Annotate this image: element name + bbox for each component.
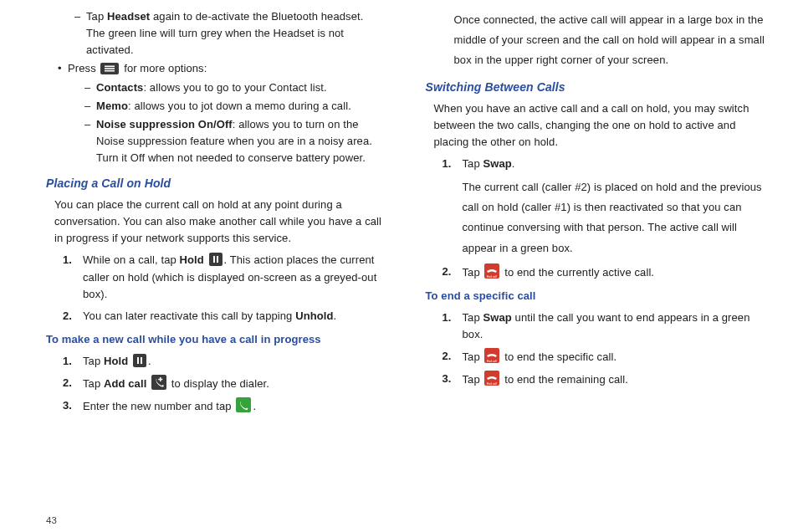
hold-icon bbox=[209, 253, 223, 266]
end-call-icon: End call bbox=[484, 348, 499, 363]
section-heading: Placing a Call on Hold bbox=[46, 175, 386, 193]
dial-call-icon bbox=[236, 397, 251, 412]
list-item: Press for more options: Contacts: allows… bbox=[58, 60, 386, 166]
text: Tap bbox=[86, 10, 107, 23]
right-column: Once connected, the active call will app… bbox=[426, 7, 765, 512]
bold-text: Add call bbox=[104, 377, 146, 390]
text: Tap bbox=[83, 377, 104, 390]
section-heading: To make a new call while you have a call… bbox=[46, 331, 386, 348]
list-item: Contacts: allows you to go to your Conta… bbox=[84, 79, 386, 96]
bold-text: Memo bbox=[96, 100, 128, 112]
text: to end the currently active call. bbox=[501, 266, 654, 279]
bold-text: Unhold bbox=[295, 309, 333, 322]
svg-rect-6 bbox=[217, 256, 218, 263]
text: for more options: bbox=[120, 62, 207, 74]
list-item: 1. Tap Swap until the call you want to e… bbox=[442, 309, 765, 343]
num-marker: 2. bbox=[63, 375, 72, 391]
list-item: 2. You can later reactivate this call by… bbox=[63, 308, 386, 325]
list-item: 1. Tap Swap. The current call (caller #2… bbox=[442, 156, 765, 258]
text bbox=[204, 253, 207, 266]
svg-rect-9 bbox=[141, 357, 142, 364]
bold-text: Noise suppression On/Off bbox=[96, 118, 233, 130]
list-item: 1. While on a call, tap Hold . This acti… bbox=[63, 252, 386, 302]
list-item: Memo: allows you to jot down a memo duri… bbox=[84, 98, 386, 115]
num-marker: 2. bbox=[63, 308, 72, 325]
svg-rect-1 bbox=[105, 66, 115, 68]
svg-rect-10 bbox=[151, 375, 166, 390]
list-item: Noise suppression On/Off: allows you to … bbox=[84, 116, 386, 166]
text: to end the specific call. bbox=[501, 350, 616, 363]
add-call-icon bbox=[151, 375, 166, 390]
page-number: 43 bbox=[46, 512, 765, 525]
paragraph: You can place the current call on hold a… bbox=[54, 197, 386, 247]
hold-icon bbox=[133, 354, 146, 367]
num-marker: 1. bbox=[442, 309, 452, 326]
paragraph: The current call (caller #2) is placed o… bbox=[463, 177, 765, 258]
svg-rect-12 bbox=[158, 379, 162, 381]
svg-rect-2 bbox=[105, 69, 115, 70]
text: Tap bbox=[463, 157, 483, 170]
text: Tap bbox=[463, 266, 483, 279]
text: Tap bbox=[463, 350, 483, 363]
end-call-icon: End call bbox=[484, 263, 499, 279]
text bbox=[146, 377, 150, 390]
section-heading: Switching Between Calls bbox=[426, 79, 765, 97]
list-item: 2. Tap Add call to display the dialer. bbox=[63, 375, 386, 392]
num-marker: 2. bbox=[442, 348, 452, 365]
paragraph: Once connected, the active call will app… bbox=[454, 10, 765, 70]
text: : allows you to go to your Contact list. bbox=[143, 81, 326, 94]
text: Tap bbox=[463, 373, 483, 386]
text: . bbox=[253, 400, 256, 412]
two-column-layout: Tap Headset again to de-activate the Blu… bbox=[46, 7, 765, 512]
bold-text: Hold bbox=[104, 355, 128, 367]
svg-rect-3 bbox=[105, 70, 115, 72]
section-heading: To end a specific call bbox=[426, 288, 765, 304]
text: Press bbox=[68, 62, 99, 74]
svg-rect-8 bbox=[137, 357, 139, 364]
svg-text:End call: End call bbox=[487, 382, 497, 386]
text: to end the remaining call. bbox=[501, 373, 628, 386]
text: to display the dialer. bbox=[168, 377, 269, 390]
bold-text: Swap bbox=[483, 311, 511, 324]
list-item: 3. Enter the new number and tap . bbox=[63, 397, 386, 415]
num-marker: 2. bbox=[442, 263, 452, 280]
text bbox=[128, 355, 131, 367]
num-marker: 1. bbox=[442, 156, 452, 172]
svg-text:End call: End call bbox=[487, 274, 497, 278]
list-item: 2. Tap End call to end the currently act… bbox=[442, 263, 765, 281]
text: While on a call, tap bbox=[83, 253, 180, 266]
bold-text: Contacts bbox=[96, 81, 143, 94]
list-item: 3. Tap End call to end the remaining cal… bbox=[442, 371, 765, 388]
end-call-icon: End call bbox=[484, 371, 499, 386]
svg-rect-4 bbox=[209, 253, 223, 266]
svg-text:End call: End call bbox=[487, 360, 497, 363]
num-marker: 1. bbox=[63, 252, 72, 269]
bold-text: Hold bbox=[180, 253, 204, 266]
list-item: 1. Tap Hold . bbox=[63, 353, 386, 370]
text: . bbox=[512, 157, 515, 170]
text: Tap bbox=[463, 311, 483, 324]
manual-page: Tap Headset again to de-activate the Blu… bbox=[0, 0, 798, 532]
left-column: Tap Headset again to de-activate the Blu… bbox=[46, 7, 386, 512]
paragraph: When you have an active call and a call … bbox=[434, 100, 765, 151]
svg-rect-5 bbox=[213, 256, 215, 263]
list-item: 2. Tap End call to end the specific call… bbox=[442, 348, 765, 366]
num-marker: 3. bbox=[63, 397, 72, 414]
list-item: Tap Headset again to de-activate the Blu… bbox=[74, 8, 386, 59]
num-marker: 3. bbox=[442, 371, 452, 387]
num-marker: 1. bbox=[63, 353, 72, 370]
menu-key-icon bbox=[100, 63, 119, 74]
bold-text: Swap bbox=[483, 157, 511, 170]
text: Enter the new number and tap bbox=[83, 400, 234, 412]
text: Tap bbox=[83, 355, 104, 367]
svg-rect-13 bbox=[236, 397, 251, 412]
text: You can later reactivate this call by ta… bbox=[83, 309, 295, 322]
text: : allows you to jot down a memo during a… bbox=[128, 100, 351, 112]
text: . bbox=[148, 355, 151, 367]
text: . bbox=[334, 309, 337, 322]
svg-rect-7 bbox=[133, 354, 146, 367]
bold-text: Headset bbox=[107, 10, 150, 23]
